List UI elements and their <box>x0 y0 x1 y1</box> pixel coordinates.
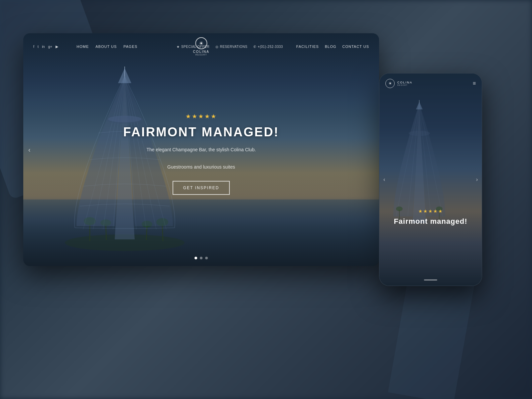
hero-stars: ★★★★★ <box>101 113 301 120</box>
svg-point-25 <box>409 131 430 136</box>
star-icon: ★ <box>177 45 180 49</box>
hero-title: FAIRMONT MANAGED! <box>101 125 301 139</box>
nav-facilities[interactable]: FACILITIES <box>296 45 319 49</box>
tablet-device: f t in g+ ▶ HOME ABOUT US PAGES ☀ COLINA… <box>23 33 379 266</box>
mobile-logo: ☀ COLINA RESORT <box>385 79 413 88</box>
googleplus-icon[interactable]: g+ <box>48 45 53 49</box>
logo-subtitle: RESORT <box>195 54 207 56</box>
social-icons: f t in g+ ▶ <box>33 45 58 49</box>
dot-2[interactable] <box>200 257 202 259</box>
hero-subtitle-line1: The elegant Champagne Bar, the stylish C… <box>101 146 301 153</box>
mobile-logo-name: COLINA <box>397 81 413 84</box>
mobile-navbar: ☀ COLINA RESORT ≡ <box>379 73 482 93</box>
mobile-stars: ★★★★★ <box>386 208 475 214</box>
nav-home[interactable]: HOME <box>76 45 89 49</box>
mobile-device: ☀ COLINA RESORT ≡ ‹ › ★★★★★ Fairmont man… <box>379 73 482 286</box>
phone-label: +(01)-252-3333 <box>258 45 283 49</box>
nav-pages[interactable]: PAGES <box>123 45 137 49</box>
mobile-home-indicator <box>424 279 437 281</box>
dot-1[interactable] <box>195 257 197 259</box>
phone-icon: ✆ <box>253 45 256 49</box>
svg-line-5 <box>146 225 147 240</box>
logo-icon: ☀ <box>195 37 207 49</box>
nav-links-right: FACILITIES BLOG CONTACT US <box>296 45 369 49</box>
mobile-logo-sub: RESORT <box>397 84 413 86</box>
navbar-center: ☀ COLINA RESORT <box>193 37 209 56</box>
svg-marker-24 <box>416 102 423 109</box>
linkedin-icon[interactable]: in <box>42 45 45 49</box>
nav-right-info: ★ SPECIAL OFFER ◎ RESERVATIONS ✆ +(01)-2… <box>177 45 283 49</box>
mobile-menu-button[interactable]: ≡ <box>473 80 476 86</box>
circle-icon: ◎ <box>215 45 219 49</box>
mobile-building <box>386 100 453 226</box>
dot-3[interactable] <box>205 257 208 259</box>
tablet-prev-arrow[interactable]: ‹ <box>28 146 31 154</box>
nav-about[interactable]: ABOUT US <box>95 45 117 49</box>
youtube-icon[interactable]: ▶ <box>56 45 58 49</box>
mobile-title: Fairmont managed! <box>386 217 475 226</box>
svg-marker-19 <box>118 68 131 83</box>
get-inspired-button[interactable]: GET INSPIRED <box>173 181 230 195</box>
hero-content: ★★★★★ FAIRMONT MANAGED! The elegant Cham… <box>101 113 301 195</box>
phone-link[interactable]: ✆ +(01)-252-3333 <box>253 45 283 49</box>
mobile-prev-arrow[interactable]: ‹ <box>383 177 385 183</box>
nav-contact[interactable]: CONTACT US <box>342 45 369 49</box>
mobile-sun-icon: ☀ <box>388 81 392 86</box>
logo-sun-icon: ☀ <box>199 40 203 47</box>
mobile-logo-texts: COLINA RESORT <box>397 81 413 86</box>
mobile-next-arrow[interactable]: › <box>476 177 478 183</box>
logo-name: COLINA <box>193 50 209 54</box>
carousel-dots <box>195 257 208 259</box>
svg-line-3 <box>106 224 106 240</box>
reservations-label: RESERVATIONS <box>220 45 247 49</box>
mobile-hero-content: ★★★★★ Fairmont managed! <box>379 208 482 226</box>
nav-blog[interactable]: BLOG <box>325 45 336 49</box>
facebook-icon[interactable]: f <box>33 45 34 49</box>
mobile-logo-icon: ☀ <box>385 79 395 88</box>
reservations-link[interactable]: ◎ RESERVATIONS <box>215 45 247 49</box>
navbar-left: f t in g+ ▶ HOME ABOUT US PAGES <box>33 45 137 49</box>
tablet-navbar: f t in g+ ▶ HOME ABOUT US PAGES ☀ COLINA… <box>23 33 379 60</box>
twitter-icon[interactable]: t <box>38 45 39 49</box>
hero-subtitle-line2: Guestrooms and luxurious suites <box>101 163 301 171</box>
nav-links-left: HOME ABOUT US PAGES <box>76 45 137 49</box>
